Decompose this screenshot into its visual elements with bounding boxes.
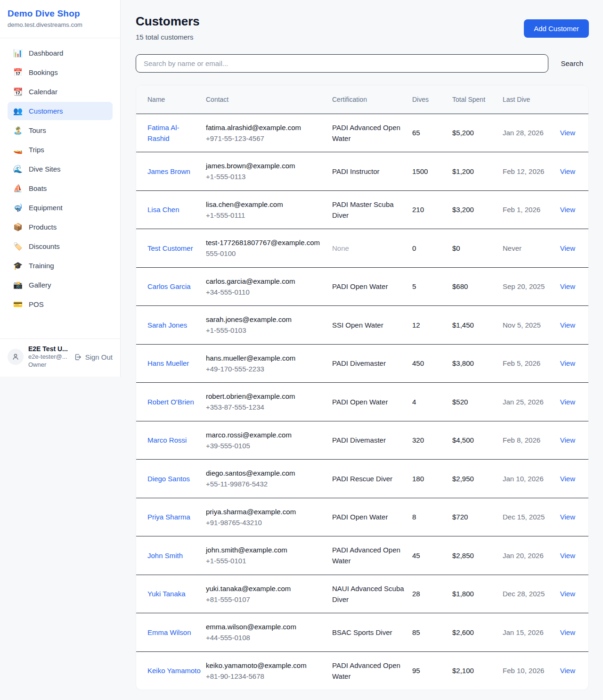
customer-email: lisa.chen@example.com xyxy=(206,199,327,210)
customer-total-spent: $1,450 xyxy=(452,321,474,329)
customer-name-link[interactable]: Yuki Tanaka xyxy=(147,590,186,598)
customer-email: yuki.tanaka@example.com xyxy=(206,583,327,594)
view-link[interactable]: View xyxy=(560,321,575,329)
view-link[interactable]: View xyxy=(560,513,575,521)
label-tag-icon: 🏷️ xyxy=(13,242,23,251)
customer-total-spent: $3,800 xyxy=(452,359,474,367)
tear-off-calendar-icon: 📆 xyxy=(13,87,23,96)
add-customer-button[interactable]: Add Customer xyxy=(524,19,589,38)
customer-last-dive: Dec 15, 2025 xyxy=(503,513,545,521)
customer-name-link[interactable]: Keiko Yamamoto xyxy=(147,667,201,675)
customer-certification: NAUI Advanced Scuba Diver xyxy=(332,585,404,603)
customer-dives: 0 xyxy=(412,244,416,252)
customer-name-link[interactable]: Robert O'Brien xyxy=(147,398,194,406)
table-row: Carlos Garcia carlos.garcia@example.com … xyxy=(136,267,588,306)
customer-dives: 5 xyxy=(412,282,416,290)
sidebar-item-bookings[interactable]: 📅 Bookings xyxy=(8,63,113,82)
table-row: Hans Mueller hans.mueller@example.com +4… xyxy=(136,344,588,383)
view-link[interactable]: View xyxy=(560,359,575,367)
customer-total-spent: $520 xyxy=(452,398,468,406)
customer-name-link[interactable]: Hans Mueller xyxy=(147,359,189,367)
customer-name-link[interactable]: Test Customer xyxy=(147,244,193,252)
customer-last-dive: Feb 8, 2026 xyxy=(503,436,540,444)
customer-name-link[interactable]: Marco Rossi xyxy=(147,436,187,444)
customer-last-dive: Never xyxy=(503,244,522,252)
column-header-actions xyxy=(551,85,588,114)
customer-name-link[interactable]: Carlos Garcia xyxy=(147,282,191,290)
view-link[interactable]: View xyxy=(560,475,575,483)
customer-email: marco.rossi@example.com xyxy=(206,429,327,440)
sidebar-item-gallery[interactable]: 📸 Gallery xyxy=(8,276,113,294)
view-link[interactable]: View xyxy=(560,667,575,675)
view-link[interactable]: View xyxy=(560,244,575,252)
customer-dives: 1500 xyxy=(412,167,428,175)
view-link[interactable]: View xyxy=(560,552,575,560)
sidebar-user-section: E2E Test U... e2e-tester@... Owner Sign … xyxy=(0,338,120,377)
view-link[interactable]: View xyxy=(560,398,575,406)
nav-item-label: Calendar xyxy=(29,88,57,96)
nav-item-label: Equipment xyxy=(29,204,63,212)
sidebar-item-equipment[interactable]: 🤿 Equipment xyxy=(8,198,113,217)
customer-certification: PADI Instructor xyxy=(332,167,380,175)
customer-certification: PADI Open Water xyxy=(332,282,388,290)
sign-out-button[interactable]: Sign Out xyxy=(74,353,113,361)
table-row: Marco Rossi marco.rossi@example.com +39-… xyxy=(136,421,588,460)
customer-total-spent: $1,800 xyxy=(452,590,474,598)
column-header-certification: Certification xyxy=(332,85,412,114)
customer-table-body: Fatima Al-Rashid fatima.alrashid@example… xyxy=(136,114,588,690)
customer-phone: +1-555-0113 xyxy=(206,171,327,182)
sidebar-item-tours[interactable]: 🏝️ Tours xyxy=(8,121,113,140)
customer-certification: PADI Advanced Open Water xyxy=(332,124,400,142)
customer-email: carlos.garcia@example.com xyxy=(206,276,327,287)
nav-item-label: POS xyxy=(29,300,44,308)
customer-total-spent: $4,500 xyxy=(452,436,474,444)
view-link[interactable]: View xyxy=(560,282,575,290)
sidebar-item-customers[interactable]: 👥 Customers xyxy=(8,102,113,120)
customer-total-spent: $720 xyxy=(452,513,468,521)
sidebar-item-boats[interactable]: ⛵ Boats xyxy=(8,179,113,198)
sidebar-item-calendar[interactable]: 📆 Calendar xyxy=(8,82,113,101)
view-link[interactable]: View xyxy=(560,167,575,175)
customer-name-link[interactable]: Emma Wilson xyxy=(147,628,191,636)
customer-email: robert.obrien@example.com xyxy=(206,391,327,402)
sidebar-item-products[interactable]: 📦 Products xyxy=(8,218,113,236)
sidebar-item-dive-sites[interactable]: 🌊 Dive Sites xyxy=(8,160,113,178)
sidebar-item-trips[interactable]: 🚤 Trips xyxy=(8,140,113,159)
customer-phone: +1-555-0101 xyxy=(206,555,327,566)
sidebar-item-discounts[interactable]: 🏷️ Discounts xyxy=(8,237,113,255)
customer-name-link[interactable]: Lisa Chen xyxy=(147,206,179,214)
search-button[interactable]: Search xyxy=(555,56,589,71)
customer-last-dive: Feb 5, 2026 xyxy=(503,359,540,367)
bar-chart-icon: 📊 xyxy=(13,49,23,58)
customer-phone: +1-555-0103 xyxy=(206,325,327,336)
customer-name-link[interactable]: Sarah Jones xyxy=(147,321,187,329)
customer-name-link[interactable]: James Brown xyxy=(147,167,190,175)
customer-name-link[interactable]: Diego Santos xyxy=(147,475,190,483)
customer-certification: PADI Rescue Diver xyxy=(332,475,392,483)
customer-last-dive: Feb 1, 2026 xyxy=(503,206,540,214)
view-link[interactable]: View xyxy=(560,590,575,598)
table-row: Lisa Chen lisa.chen@example.com +1-555-0… xyxy=(136,190,588,229)
sidebar-item-pos[interactable]: 💳 POS xyxy=(8,295,113,313)
customer-name-link[interactable]: Priya Sharma xyxy=(147,513,190,521)
customer-name-link[interactable]: John Smith xyxy=(147,552,183,560)
main-content: Customers 15 total customers Add Custome… xyxy=(121,0,603,690)
search-input[interactable] xyxy=(136,54,548,73)
column-header-dives: Dives xyxy=(412,85,452,114)
nav-item-label: Boats xyxy=(29,184,47,192)
desert-island-icon: 🏝️ xyxy=(13,126,23,135)
customer-total-spent: $0 xyxy=(452,244,460,252)
nav-item-label: Tours xyxy=(29,126,46,134)
people-icon: 👥 xyxy=(13,107,23,115)
customer-email: diego.santos@example.com xyxy=(206,468,327,478)
sidebar-item-dashboard[interactable]: 📊 Dashboard xyxy=(8,44,113,62)
customer-name-link[interactable]: Fatima Al-Rashid xyxy=(147,124,179,142)
customer-total-spent: $3,200 xyxy=(452,206,474,214)
view-link[interactable]: View xyxy=(560,206,575,214)
view-link[interactable]: View xyxy=(560,436,575,444)
view-link[interactable]: View xyxy=(560,628,575,636)
speedboat-icon: 🚤 xyxy=(13,145,23,154)
view-link[interactable]: View xyxy=(560,129,575,137)
customer-total-spent: $2,950 xyxy=(452,475,474,483)
sidebar-item-training[interactable]: 🎓 Training xyxy=(8,256,113,275)
